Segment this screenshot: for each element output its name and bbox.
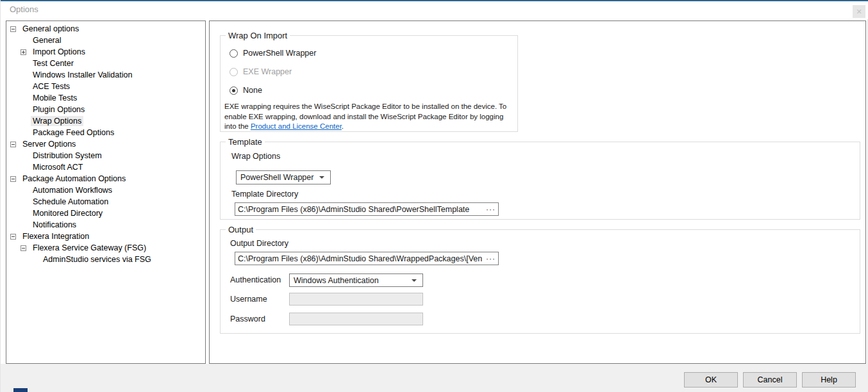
tree-item-adminstudio-services-via-fsg[interactable]: AdminStudio services via FSG — [6, 254, 205, 265]
tree-item-label: Flexera Service Gateway (FSG) — [31, 243, 148, 253]
tree-item-label: Distribution System — [31, 151, 104, 161]
authentication-dropdown-value: Windows Authentication — [294, 276, 379, 285]
username-field — [289, 293, 423, 306]
template-directory-label: Template Directory — [231, 190, 298, 199]
tree-item-label: Mobile Tests — [31, 93, 79, 103]
tree-item-plugin-options[interactable]: Plugin Options — [6, 104, 205, 115]
collapse-icon[interactable] — [10, 176, 16, 182]
output-directory-label: Output Directory — [230, 239, 288, 248]
tree-item-general[interactable]: General — [6, 35, 205, 46]
tree-item-server-options[interactable]: Server Options — [6, 138, 205, 150]
tree-item-notifications[interactable]: Notifications — [6, 219, 205, 231]
tree-item-label: Windows Installer Validation — [31, 70, 134, 80]
template-directory-field[interactable]: C:\Program Files (x86)\AdminStudio Share… — [235, 202, 499, 216]
tree-item-package-automation-options[interactable]: Package Automation Options — [6, 173, 205, 184]
authentication-dropdown[interactable]: Windows Authentication — [289, 274, 423, 287]
options-dialog: Options ✕ General optionsGeneralImport O… — [0, 0, 868, 392]
tree-item-schedule-automation[interactable]: Schedule Automation — [6, 196, 205, 208]
wrap-on-import-group-title: Wrap On Import — [226, 31, 290, 40]
close-icon[interactable]: ✕ — [853, 5, 865, 18]
help-button[interactable]: Help — [802, 372, 856, 388]
dialog-footer: OK Cancel Help — [1, 364, 868, 392]
tree-item-label: Monitored Directory — [31, 208, 104, 218]
password-field — [289, 313, 423, 325]
tree-item-microsoft-act[interactable]: Microsoft ACT — [6, 161, 205, 173]
browse-icon[interactable]: ··· — [482, 205, 496, 214]
output-group: Output Output Directory C:\Program Files… — [220, 229, 860, 334]
tree-item-test-center[interactable]: Test Center — [6, 58, 205, 69]
tree-item-flexera-service-gateway-fsg[interactable]: Flexera Service Gateway (FSG) — [6, 242, 205, 254]
tree-item-label: Notifications — [31, 220, 78, 230]
radio-button-icon[interactable] — [230, 49, 238, 58]
window-title: Options — [10, 1, 38, 18]
cancel-button[interactable]: Cancel — [743, 372, 797, 388]
tree-item-label: Package Automation Options — [21, 174, 128, 184]
chevron-down-icon — [319, 176, 324, 179]
tree-item-general-options[interactable]: General options — [6, 23, 205, 35]
tree-item-label: General options — [21, 24, 81, 34]
title-bar[interactable]: Options ✕ — [1, 1, 868, 19]
collapse-icon[interactable] — [10, 234, 16, 240]
output-directory-value: C:\Program Files (x86)\AdminStudio Share… — [238, 254, 482, 263]
template-group: Template Wrap Options PowerShell Wrapper… — [220, 142, 860, 220]
radio-exe-wrapper: EXE Wrapper — [230, 65, 292, 78]
tree-item-label: AdminStudio services via FSG — [41, 254, 153, 265]
wrap-options-dropdown[interactable]: PowerShell Wrapper — [236, 170, 331, 184]
tree-item-label: Package Feed Options — [31, 127, 116, 138]
username-label: Username — [230, 295, 267, 304]
tree-item-label: Flexera Integration — [21, 231, 91, 241]
tree-item-ace-tests[interactable]: ACE Tests — [6, 81, 205, 92]
tree-item-label: Plugin Options — [31, 104, 87, 115]
tree-item-wrap-options[interactable]: Wrap Options — [6, 115, 205, 127]
radio-button-icon[interactable] — [230, 86, 238, 95]
tree-item-automation-workflows[interactable]: Automation Workflows — [6, 184, 205, 196]
template-directory-value: C:\Program Files (x86)\AdminStudio Share… — [238, 205, 482, 214]
collapse-icon[interactable] — [10, 142, 16, 147]
tree-item-import-options[interactable]: Import Options — [6, 46, 205, 58]
tree-item-label: ACE Tests — [31, 81, 72, 92]
ok-button[interactable]: OK — [684, 372, 738, 388]
tree-item-package-feed-options[interactable]: Package Feed Options — [6, 127, 205, 138]
wrap-options-label: Wrap Options — [231, 152, 280, 161]
radio-label: EXE Wrapper — [243, 67, 292, 76]
tree-item-label: Server Options — [21, 139, 78, 149]
output-group-title: Output — [226, 225, 256, 234]
tree-item-label: Automation Workflows — [31, 185, 114, 195]
output-directory-field[interactable]: C:\Program Files (x86)\AdminStudio Share… — [235, 252, 499, 265]
wrap-on-import-group: Wrap On Import PowerShell WrapperEXE Wra… — [220, 35, 518, 132]
exe-wrapping-note: EXE wrapping requires the WiseScript Pac… — [224, 102, 513, 132]
tree-item-distribution-system[interactable]: Distribution System — [6, 150, 205, 161]
note-text-after: . — [342, 122, 344, 130]
tree-item-monitored-directory[interactable]: Monitored Directory — [6, 208, 205, 219]
chevron-down-icon — [412, 279, 417, 282]
tree-item-flexera-integration[interactable]: Flexera Integration — [6, 231, 205, 242]
wrap-options-dropdown-value: PowerShell Wrapper — [240, 173, 313, 182]
collapse-icon[interactable] — [10, 26, 16, 32]
tree-item-label: Import Options — [31, 47, 87, 57]
product-license-center-link[interactable]: Product and License Center — [251, 122, 342, 130]
tree-item-label: Test Center — [31, 58, 76, 69]
template-group-title: Template — [226, 137, 265, 147]
expand-icon[interactable] — [21, 49, 26, 55]
radio-label: None — [243, 86, 262, 95]
authentication-label: Authentication — [230, 275, 281, 284]
tree-item-windows-installer-validation[interactable]: Windows Installer Validation — [6, 69, 205, 81]
browse-icon[interactable]: ··· — [482, 254, 496, 263]
radio-label: PowerShell Wrapper — [243, 49, 316, 58]
radio-button-icon — [230, 68, 238, 76]
collapse-icon[interactable] — [21, 245, 26, 251]
options-tree[interactable]: General optionsGeneralImport OptionsTest… — [6, 20, 206, 364]
tree-item-label: Microsoft ACT — [31, 162, 85, 172]
radio-none[interactable]: None — [230, 84, 262, 97]
tree-item-mobile-tests[interactable]: Mobile Tests — [6, 92, 205, 104]
tree-item-label: Wrap Options — [31, 116, 83, 126]
settings-panel: Wrap On Import PowerShell WrapperEXE Wra… — [209, 20, 866, 364]
password-label: Password — [230, 314, 265, 323]
tree-item-label: General — [31, 35, 63, 45]
radio-powershell-wrapper[interactable]: PowerShell Wrapper — [230, 47, 316, 60]
taskbar-peek-fragment — [13, 388, 28, 392]
tree-item-label: Schedule Automation — [31, 197, 110, 207]
